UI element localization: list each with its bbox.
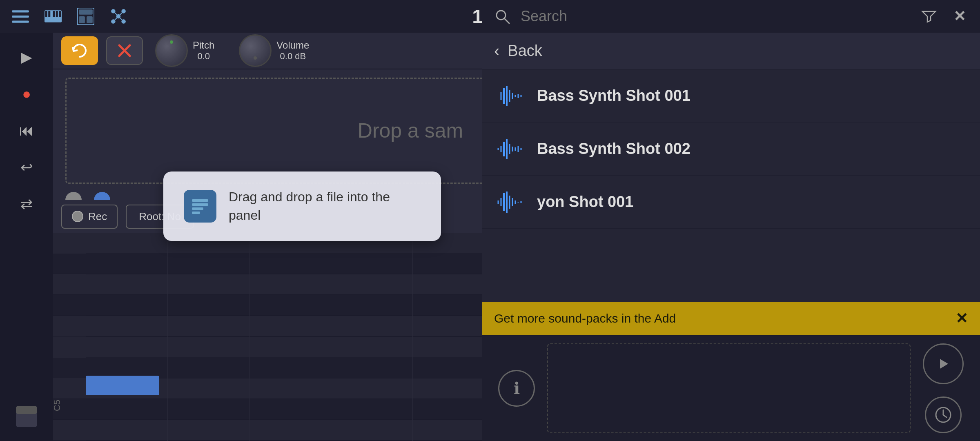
preview-play-button[interactable] [923, 343, 964, 384]
search-bar: ✕ [482, 0, 980, 33]
panel-button[interactable] [10, 400, 43, 433]
list-item[interactable]: yon Shot 001 [482, 176, 980, 229]
left-sidebar: ▶ ● ⏮ ↩ ⇄ [0, 33, 53, 441]
sound-item-name: yon Shot 001 [537, 193, 634, 211]
grid-line-2 [249, 233, 249, 441]
piano-key-row-5[interactable] [53, 316, 86, 336]
undo-button[interactable]: ↩ [10, 151, 43, 184]
svg-line-18 [113, 11, 118, 16]
volume-knob[interactable] [239, 34, 272, 67]
svg-line-63 [943, 415, 947, 417]
piano-key-row-4[interactable] [53, 295, 86, 316]
piano-key-row-8[interactable] [53, 379, 86, 399]
notification-text: Get more sound-packs in the Add [494, 312, 947, 325]
preview-waveform-area [547, 343, 911, 433]
c5-label: C5 [53, 400, 62, 411]
info-button[interactable]: ℹ [498, 370, 535, 407]
svg-rect-11 [79, 16, 85, 23]
svg-rect-4 [45, 11, 47, 17]
piano-key-row-10[interactable] [53, 420, 86, 441]
svg-rect-5 [48, 11, 50, 17]
right-panel: ✕ ‹ Back Bass Synth Shot [482, 0, 980, 441]
svg-marker-60 [940, 359, 948, 369]
sound-item-name: Bass Synth Shot 001 [537, 87, 690, 105]
waveform-icon-1 [494, 80, 527, 112]
svg-rect-23 [16, 406, 37, 414]
grid-line-3 [331, 233, 331, 441]
piano-key-row-1[interactable] [53, 233, 86, 253]
svg-rect-7 [56, 11, 58, 17]
filter-button[interactable] [917, 4, 941, 29]
piano-icon[interactable] [41, 4, 65, 29]
rec-button[interactable]: Rec [61, 205, 118, 229]
waveform-icon-3 [494, 186, 527, 218]
tooltip-icon [184, 190, 216, 223]
grid-line-4 [412, 233, 413, 441]
svg-line-20 [113, 16, 118, 22]
svg-rect-12 [87, 16, 93, 23]
back-row[interactable]: ‹ Back [482, 33, 980, 69]
piano-key-row-7[interactable] [53, 358, 86, 378]
refresh-button[interactable] [61, 36, 98, 65]
notification-close-button[interactable]: ✕ [956, 310, 968, 327]
svg-rect-29 [192, 207, 203, 210]
tooltip-text: Drag and drop a file into the panel [229, 188, 421, 225]
svg-line-32 [504, 18, 509, 23]
volume-label: Volume 0.0 dB [276, 40, 309, 62]
search-input[interactable] [521, 8, 911, 25]
svg-rect-10 [79, 9, 93, 15]
pitch-control: Pitch 0.0 [155, 34, 214, 67]
search-icon [490, 4, 514, 29]
back-label: Back [508, 42, 542, 60]
piano-key-row-3[interactable] [53, 274, 86, 295]
play-button[interactable]: ▶ [10, 41, 43, 74]
svg-line-19 [118, 11, 124, 16]
svg-rect-0 [12, 10, 29, 12]
svg-rect-27 [192, 199, 208, 202]
clock-button[interactable] [925, 396, 962, 433]
svg-rect-2 [12, 21, 29, 23]
volume-control: Volume 0.0 dB [239, 34, 309, 67]
pitch-label: Pitch 0.0 [193, 40, 214, 62]
list-item[interactable]: Bass Synth Shot 001 [482, 69, 980, 122]
waveform-icon-2 [494, 133, 527, 165]
svg-rect-30 [192, 212, 200, 214]
rewind-button[interactable]: ⏮ [10, 114, 43, 147]
layout-icon[interactable] [74, 4, 98, 29]
swap-button[interactable]: ⇄ [10, 188, 43, 220]
piano-key-row-6[interactable] [53, 337, 86, 357]
back-arrow-icon: ‹ [494, 42, 499, 60]
rec-dot [72, 211, 83, 222]
menu-icon[interactable] [8, 4, 33, 29]
search-close-button[interactable]: ✕ [947, 4, 972, 29]
record-button[interactable]: ● [10, 78, 43, 110]
notification-bar: Get more sound-packs in the Add ✕ [482, 302, 980, 335]
svg-rect-6 [53, 11, 55, 17]
piano-keys: C5 [53, 233, 86, 441]
sound-list: Bass Synth Shot 001 Bass Synth Shot 002 [482, 69, 980, 302]
sound-item-name: Bass Synth Shot 002 [537, 140, 690, 158]
pitch-knob[interactable] [155, 34, 188, 67]
grid-line-1 [167, 233, 168, 441]
svg-rect-28 [192, 203, 208, 206]
svg-rect-1 [12, 16, 29, 18]
midi-note-block[interactable] [86, 376, 159, 395]
svg-line-21 [118, 16, 124, 22]
right-bottom-panel: ℹ [482, 335, 980, 441]
piano-key-row-2[interactable] [53, 254, 86, 274]
stop-button[interactable] [106, 36, 143, 65]
list-item[interactable]: Bass Synth Shot 002 [482, 122, 980, 176]
drag-drop-tooltip: Drag and drop a file into the panel [163, 172, 441, 241]
svg-rect-8 [59, 11, 61, 17]
node-icon[interactable] [106, 4, 131, 29]
